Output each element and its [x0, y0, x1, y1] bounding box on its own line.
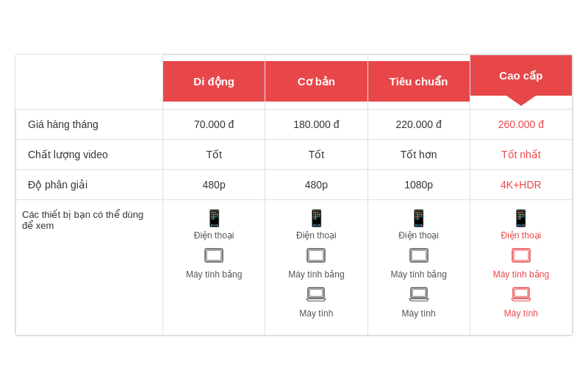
quality-cao-cap: Tốt nhất — [470, 140, 572, 170]
device-phone-label: Điện thoại — [501, 230, 542, 241]
device-phone-co-ban: 📱 Điện thoại — [271, 209, 361, 241]
quality-tieu-chuan: Tốt hơn — [368, 140, 470, 170]
laptop-icon — [409, 287, 429, 306]
empty-header — [16, 55, 163, 110]
devices-di-dong: 📱 Điện thoại Máy tính bảng — [163, 200, 265, 336]
resolution-row: Độ phân giải 480p 480p 1080p 4K+HDR — [16, 170, 573, 200]
price-di-dong: 70.000 đ — [163, 110, 265, 140]
svg-rect-3 — [309, 250, 323, 260]
devices-tieu-chuan: 📱 Điện thoại Máy tính bảng — [368, 200, 470, 336]
plan-header-tieu-chuan: Tiêu chuẩn — [368, 55, 470, 110]
price-tieu-chuan: 220.000 đ — [368, 110, 470, 140]
resolution-tieu-chuan: 1080p — [368, 170, 470, 200]
device-tablet-label: Máy tính bảng — [390, 269, 446, 280]
quality-label: Chất lượng video — [16, 140, 163, 170]
svg-rect-13 — [514, 289, 528, 297]
device-tablet-label: Máy tính bảng — [493, 269, 549, 280]
device-laptop-tieu-chuan: Máy tính — [374, 287, 464, 319]
svg-rect-2 — [307, 249, 325, 262]
svg-rect-11 — [514, 250, 528, 260]
phone-icon: 📱 — [204, 209, 224, 228]
device-tablet-label: Máy tính bảng — [186, 269, 242, 280]
resolution-co-ban: 480p — [265, 170, 368, 200]
device-tablet-co-ban: Máy tính bảng — [271, 248, 361, 280]
quality-di-dong: Tốt — [163, 140, 265, 170]
device-tablet-tieu-chuan: Máy tính bảng — [374, 248, 464, 280]
tablet-icon — [512, 248, 531, 267]
device-laptop-label: Máy tính — [402, 308, 436, 319]
price-co-ban: 180.000 đ — [265, 110, 368, 140]
quality-row: Chất lượng video Tốt Tốt Tốt hơn Tốt nhấ… — [16, 140, 573, 170]
device-laptop-cao-cap: Máy tính — [476, 287, 566, 319]
laptop-icon — [306, 287, 326, 306]
phone-icon: 📱 — [306, 209, 326, 228]
price-cao-cap: 260.000 đ — [470, 110, 572, 140]
svg-rect-6 — [410, 249, 428, 262]
plan-label-cao-cap: Cao cấp — [470, 55, 572, 96]
tablet-icon — [306, 248, 326, 267]
plan-label-di-dong: Di động — [163, 61, 265, 102]
comparison-table: Di động Cơ bản Tiêu chuẩn — [15, 54, 573, 336]
device-phone-label: Điện thoại — [398, 230, 439, 241]
device-laptop-label: Máy tính — [504, 308, 538, 319]
device-phone-tieu-chuan: 📱 Điện thoại — [374, 209, 464, 241]
device-phone-di-dong: 📱 Điện thoại — [169, 209, 259, 241]
device-tablet-cao-cap: Máy tính bảng — [476, 248, 566, 280]
plan-header-co-ban: Cơ bản — [265, 55, 368, 110]
devices-co-ban: 📱 Điện thoại Máy tính bảng — [265, 200, 368, 336]
resolution-cao-cap: 4K+HDR — [470, 170, 572, 200]
svg-rect-7 — [412, 250, 426, 260]
devices-label: Các thiết bị bạn có thể dùng để xem — [16, 200, 163, 336]
device-laptop-label: Máy tính — [299, 308, 333, 319]
svg-rect-0 — [205, 249, 223, 262]
tablet-icon — [409, 248, 429, 267]
laptop-icon — [511, 287, 531, 306]
device-phone-label: Điện thoại — [194, 230, 234, 241]
device-phone-cao-cap: 📱 Điện thoại — [476, 209, 566, 241]
resolution-di-dong: 480p — [163, 170, 265, 200]
svg-rect-9 — [412, 289, 426, 297]
phone-icon: 📱 — [511, 209, 531, 228]
price-row: Giá hàng tháng 70.000 đ 180.000 đ 220.00… — [16, 110, 573, 140]
device-laptop-co-ban: Máy tính — [271, 287, 361, 319]
device-phone-label: Điện thoại — [296, 230, 337, 241]
svg-rect-10 — [512, 249, 530, 262]
phone-icon: 📱 — [409, 209, 429, 228]
devices-row: Các thiết bị bạn có thể dùng để xem 📱 Đi… — [16, 200, 573, 336]
resolution-label: Độ phân giải — [16, 170, 163, 200]
svg-rect-1 — [207, 250, 221, 260]
svg-rect-5 — [309, 289, 323, 297]
price-label: Giá hàng tháng — [16, 110, 163, 140]
devices-cao-cap: 📱 Điện thoại Máy tính bảng — [470, 200, 572, 336]
tablet-icon — [204, 248, 223, 267]
plan-label-tieu-chuan: Tiêu chuẩn — [368, 61, 470, 102]
plan-label-co-ban: Cơ bản — [265, 61, 367, 102]
device-tablet-label: Máy tính bảng — [288, 269, 344, 280]
plan-header-cao-cap: Cao cấp — [470, 55, 572, 110]
quality-co-ban: Tốt — [265, 140, 368, 170]
device-tablet-di-dong: Máy tính bảng — [169, 248, 259, 280]
plan-header-di-dong: Di động — [163, 55, 265, 110]
